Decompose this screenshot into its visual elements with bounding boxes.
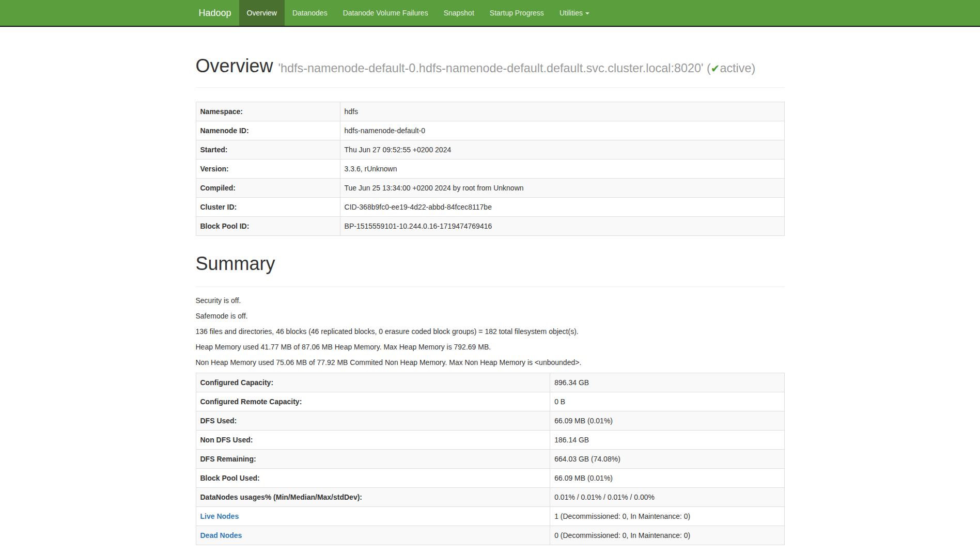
nav-link-utilities-dropdown[interactable]: Utilities — [552, 0, 597, 26]
row-value: 66.09 MB (0.01%) — [550, 411, 784, 431]
top-navbar: Hadoop Overview Datanodes Datanode Volum… — [0, 0, 980, 27]
row-label: Non DFS Used: — [196, 431, 550, 450]
row-value: Thu Jun 27 09:52:55 +0200 2024 — [340, 140, 784, 160]
live-nodes-link[interactable]: Live Nodes — [200, 512, 239, 520]
row-value: 0.01% / 0.01% / 0.01% / 0.00% — [550, 488, 784, 507]
summary-paragraph: Non Heap Memory used 75.06 MB of 77.92 M… — [196, 357, 785, 368]
row-label: Configured Remote Capacity: — [196, 392, 550, 411]
table-row: Configured Capacity: 896.34 GB — [196, 373, 784, 392]
row-label: Namespace: — [196, 102, 340, 121]
page-title: Overview 'hdfs-namenode-default-0.hdfs-n… — [196, 56, 785, 79]
row-value: 896.34 GB — [550, 373, 784, 392]
nav-link-startup-progress[interactable]: Startup Progress — [482, 0, 552, 26]
nav-item-overview: Overview — [239, 0, 285, 26]
namenode-info-table: Namespace: hdfs Namenode ID: hdfs-nameno… — [196, 102, 785, 236]
row-label: Live Nodes — [196, 507, 550, 526]
row-label: Compiled: — [196, 179, 340, 198]
row-label: DFS Remaining: — [196, 450, 550, 469]
table-row: Live Nodes 1 (Decommissioned: 0, In Main… — [196, 507, 784, 526]
namenode-state: (✔active) — [707, 61, 755, 75]
table-row: Compiled: Tue Jun 25 13:34:00 +0200 2024… — [196, 179, 784, 198]
row-value: 66.09 MB (0.01%) — [550, 469, 784, 488]
row-label: Block Pool ID: — [196, 217, 340, 236]
row-value: hdfs-namenode-default-0 — [340, 121, 784, 140]
table-row: DataNodes usages% (Min/Median/Max/stdDev… — [196, 488, 784, 507]
namenode-address: 'hdfs-namenode-default-0.hdfs-namenode-d… — [278, 61, 756, 75]
check-icon: ✔ — [711, 62, 720, 74]
row-value: 664.03 GB (74.08%) — [550, 450, 784, 469]
nav-item-datanode-volume-failures: Datanode Volume Failures — [335, 0, 436, 26]
nav-item-startup-progress: Startup Progress — [482, 0, 552, 26]
nav-link-snapshot[interactable]: Snapshot — [436, 0, 482, 26]
table-row: Block Pool Used: 66.09 MB (0.01%) — [196, 469, 784, 488]
caret-down-icon — [585, 12, 589, 14]
row-value: 1 (Decommissioned: 0, In Maintenance: 0) — [550, 507, 784, 526]
row-label: DFS Used: — [196, 411, 550, 431]
row-label: Started: — [196, 140, 340, 160]
row-label: Block Pool Used: — [196, 469, 550, 488]
row-value: CID-368b9fc0-ee19-4d22-abbd-84fcec8117be — [340, 198, 784, 217]
summary-title: Summary — [196, 253, 785, 274]
dead-nodes-link[interactable]: Dead Nodes — [200, 531, 242, 539]
row-value: 3.3.6, rUnknown — [340, 160, 784, 179]
overview-header: Overview 'hdfs-namenode-default-0.hdfs-n… — [196, 56, 785, 88]
row-value: hdfs — [340, 102, 784, 121]
table-row: Configured Remote Capacity: 0 B — [196, 392, 784, 411]
row-label: Version: — [196, 160, 340, 179]
brand-hadoop[interactable]: Hadoop — [196, 0, 239, 26]
row-label: DataNodes usages% (Min/Median/Max/stdDev… — [196, 488, 550, 507]
row-value: 0 B — [550, 392, 784, 411]
summary-text-block: Security is off. Safemode is off. 136 fi… — [196, 295, 785, 368]
table-row: Namespace: hdfs — [196, 102, 784, 121]
row-value: 0 (Decommissioned: 0, In Maintenance: 0) — [550, 526, 784, 545]
summary-paragraph: Safemode is off. — [196, 311, 785, 321]
row-value: 186.14 GB — [550, 431, 784, 450]
nav-link-overview[interactable]: Overview — [239, 0, 285, 26]
row-value: Tue Jun 25 13:34:00 +0200 2024 by root f… — [340, 179, 784, 198]
summary-header: Summary — [196, 253, 785, 287]
nav-link-datanodes[interactable]: Datanodes — [285, 0, 335, 26]
summary-paragraph: Heap Memory used 41.77 MB of 87.06 MB He… — [196, 342, 785, 352]
table-row: Block Pool ID: BP-1515559101-10.244.0.16… — [196, 217, 784, 236]
table-row: Version: 3.3.6, rUnknown — [196, 160, 784, 179]
main-nav: Overview Datanodes Datanode Volume Failu… — [239, 0, 597, 26]
table-row: Non DFS Used: 186.14 GB — [196, 431, 784, 450]
row-label: Dead Nodes — [196, 526, 550, 545]
nav-link-datanode-volume-failures[interactable]: Datanode Volume Failures — [335, 0, 436, 26]
summary-table: Configured Capacity: 896.34 GB Configure… — [196, 373, 785, 545]
nav-item-snapshot: Snapshot — [436, 0, 482, 26]
table-row: Dead Nodes 0 (Decommissioned: 0, In Main… — [196, 526, 784, 545]
row-label: Configured Capacity: — [196, 373, 550, 392]
summary-paragraph: Security is off. — [196, 295, 785, 306]
summary-paragraph: 136 files and directories, 46 blocks (46… — [196, 326, 785, 337]
row-label: Cluster ID: — [196, 198, 340, 217]
nav-item-datanodes: Datanodes — [285, 0, 335, 26]
table-row: Cluster ID: CID-368b9fc0-ee19-4d22-abbd-… — [196, 198, 784, 217]
row-value: BP-1515559101-10.244.0.16-1719474769416 — [340, 217, 784, 236]
table-row: DFS Used: 66.09 MB (0.01%) — [196, 411, 784, 431]
table-row: DFS Remaining: 664.03 GB (74.08%) — [196, 450, 784, 469]
nav-item-utilities: Utilities — [552, 0, 597, 26]
table-row: Namenode ID: hdfs-namenode-default-0 — [196, 121, 784, 140]
row-label: Namenode ID: — [196, 121, 340, 140]
table-row: Started: Thu Jun 27 09:52:55 +0200 2024 — [196, 140, 784, 160]
